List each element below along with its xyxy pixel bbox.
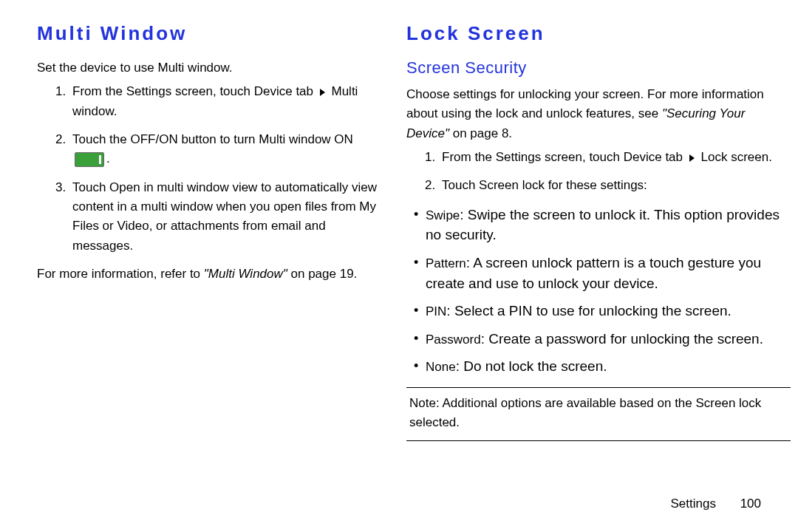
right-step-1: From the Settings screen, touch Device t… <box>439 148 791 167</box>
left-step-1: From the Settings screen, touch Device t… <box>69 82 384 121</box>
ui-device: Device <box>624 150 662 164</box>
text: Touch the <box>72 132 130 146</box>
ui-open-multi-window-view: Open in multi window view <box>109 180 257 194</box>
left-column: Multi Window Set the device to use Multi… <box>37 22 399 525</box>
note-text: Additional options are available based o… <box>409 396 761 429</box>
divider-bottom <box>406 440 791 441</box>
screen-lock-options: Swipe: Swipe the screen to unlock it. Th… <box>406 205 791 377</box>
text: From the <box>72 84 126 98</box>
left-steps: From the Settings screen, touch Device t… <box>37 82 384 256</box>
text: Touch <box>72 180 109 194</box>
option-text: : Swipe the screen to unlock it. This op… <box>426 207 780 243</box>
text: button to turn Multi window <box>178 132 335 146</box>
crossref-multi-window: "Multi Window" <box>204 267 287 281</box>
option-text: : Do not lock the screen. <box>456 358 607 374</box>
heading-multi-window: Multi Window <box>37 22 384 45</box>
note-label: Note: <box>409 396 440 410</box>
arrow-icon <box>320 89 325 96</box>
text: on page 8. <box>449 126 512 140</box>
page-footer: Settings 100 <box>670 497 761 511</box>
footer-page-number: 100 <box>740 497 761 511</box>
ui-device: Device <box>254 84 293 98</box>
note-block: Note: Additional options are available b… <box>406 394 791 433</box>
right-step-2: Touch Screen lock for these settings: <box>439 176 791 195</box>
left-step-2: Touch the OFF/ON button to turn Multi wi… <box>69 130 384 169</box>
ui-settings: Settings <box>496 150 541 164</box>
toggle-on-icon <box>75 152 104 167</box>
right-column: Lock Screen Screen Security Choose setti… <box>399 22 791 525</box>
option-password: Password: Create a password for unlockin… <box>414 329 791 349</box>
text: screen, touch <box>541 150 624 164</box>
left-more-info: For more information, refer to "Multi Wi… <box>37 265 384 284</box>
option-label: None <box>426 360 456 374</box>
text: tab <box>662 150 686 164</box>
text: tab <box>293 84 317 98</box>
option-none: None: Do not lock the screen. <box>414 356 791 377</box>
option-text: : Create a password for unlocking the sc… <box>481 331 763 347</box>
footer-section: Settings <box>670 497 715 511</box>
option-label: Password <box>426 332 481 347</box>
right-steps: From the Settings screen, touch Device t… <box>406 148 791 196</box>
text: for these settings: <box>545 178 647 192</box>
ui-lock-screen: Lock screen <box>701 150 769 164</box>
divider-top <box>406 387 791 388</box>
option-text: : Select a PIN to use for unlocking the … <box>446 303 731 318</box>
right-intro: Choose settings for unlocking your scree… <box>406 85 791 143</box>
heading-lock-screen: Lock Screen <box>406 22 791 45</box>
right-body: Choose settings for unlocking your scree… <box>406 85 791 441</box>
left-intro: Set the device to use Multi window. <box>37 58 384 78</box>
ui-settings: Settings <box>126 84 171 98</box>
text: screen, touch <box>171 84 254 98</box>
arrow-icon <box>689 154 695 162</box>
option-pin: PIN: Select a PIN to use for unlocking t… <box>414 301 791 321</box>
text: For more information, refer to <box>37 267 204 281</box>
left-body: Set the device to use Multi window. From… <box>37 58 384 284</box>
option-label: Pattern <box>426 256 466 270</box>
subheading-screen-security: Screen Security <box>406 58 791 78</box>
option-label: Swipe <box>426 208 460 222</box>
ui-on-label: ON <box>334 132 353 146</box>
text: . <box>768 150 772 164</box>
manual-page: Multi Window Set the device to use Multi… <box>0 0 798 532</box>
text: on page 19. <box>287 267 358 281</box>
text: . <box>106 151 110 166</box>
ui-off-on: OFF/ON <box>130 132 177 146</box>
option-text: : A screen unlock pattern is a touch ges… <box>426 255 761 291</box>
option-label: PIN <box>426 304 446 318</box>
text: From the <box>442 150 496 164</box>
option-swipe: Swipe: Swipe the screen to unlock it. Th… <box>414 205 791 245</box>
text: . <box>114 104 117 118</box>
text: Touch <box>442 178 479 192</box>
ui-screen-lock: Screen lock <box>479 178 545 192</box>
left-step-3: Touch Open in multi window view to autom… <box>69 178 384 256</box>
option-pattern: Pattern: A screen unlock pattern is a to… <box>414 253 791 293</box>
